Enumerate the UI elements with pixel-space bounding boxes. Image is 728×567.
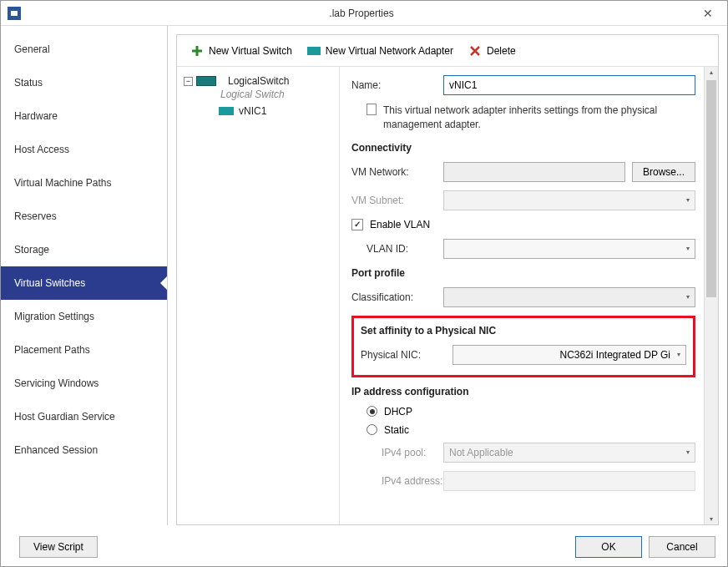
tree-nic-label: vNIC1: [239, 105, 266, 117]
classification-row: Classification: ▾: [351, 287, 695, 307]
ipv4-pool-label: IPv4 pool:: [351, 447, 443, 458]
new-adapter-button[interactable]: New Virtual Network Adapter: [302, 42, 458, 60]
delete-icon: [468, 44, 482, 58]
physical-nic-label: Physical NIC:: [361, 349, 452, 361]
ipv4-addr-label: IPv4 address:: [351, 475, 443, 487]
form-inner: Name: This virtual network adapter inher…: [340, 67, 704, 524]
vm-network-input[interactable]: [443, 162, 625, 182]
enable-vlan-row: Enable VLAN: [351, 219, 695, 230]
new-switch-button[interactable]: New Virtual Switch: [185, 42, 297, 60]
name-label: Name:: [351, 79, 443, 91]
vm-network-row: VM Network: Browse...: [351, 162, 695, 182]
content: New Virtual Switch New Virtual Network A…: [168, 26, 727, 525]
enable-vlan-checkbox[interactable]: [351, 219, 363, 230]
static-radio[interactable]: [367, 424, 377, 435]
new-adapter-label: New Virtual Network Adapter: [326, 45, 453, 57]
new-switch-label: New Virtual Switch: [209, 45, 292, 57]
delete-label: Delete: [487, 45, 516, 57]
connectivity-section: Connectivity: [351, 142, 695, 154]
content-panel: New Virtual Switch New Virtual Network A…: [176, 34, 719, 525]
sidebar-item-storage[interactable]: Storage: [1, 233, 167, 266]
sidebar-item-migration[interactable]: Migration Settings: [1, 300, 167, 333]
titlebar: .lab Properties ✕: [1, 1, 727, 26]
ok-button[interactable]: OK: [575, 536, 642, 558]
vm-network-label: VM Network:: [351, 166, 443, 178]
sidebar-item-servicing[interactable]: Servicing Windows: [1, 367, 167, 400]
tree: − LogicalSwitch Logical Switch vNIC1: [177, 67, 340, 524]
toolbar: New Virtual Switch New Virtual Network A…: [177, 35, 718, 67]
sidebar-item-reserves[interactable]: Reserves: [1, 200, 167, 233]
name-row: Name:: [351, 75, 695, 95]
sidebar: General Status Hardware Host Access Virt…: [1, 26, 168, 525]
footer: View Script OK Cancel: [1, 525, 727, 567]
vm-subnet-dropdown: ▾: [443, 190, 695, 210]
vm-subnet-row: VM Subnet: ▾: [351, 190, 695, 210]
physical-nic-value: NC362i Integrated DP Gi: [559, 349, 670, 361]
sidebar-item-status[interactable]: Status: [1, 66, 167, 99]
inherit-text: This virtual network adapter inherits se…: [383, 104, 695, 132]
ipv4-pool-dropdown: Not Applicable ▾: [443, 443, 695, 463]
adapter-icon: [307, 44, 321, 58]
svg-rect-0: [11, 11, 18, 16]
ip-config-section: IP address configuration: [351, 386, 695, 397]
physical-nic-dropdown[interactable]: NC362i Integrated DP Gi ▾: [452, 345, 686, 365]
inherit-row: This virtual network adapter inherits se…: [351, 104, 695, 132]
sidebar-item-general[interactable]: General: [1, 33, 167, 66]
classification-label: Classification:: [351, 291, 443, 303]
vlan-id-dropdown[interactable]: ▾: [443, 239, 695, 259]
split-pane: − LogicalSwitch Logical Switch vNIC1: [177, 67, 718, 524]
tree-nic-node[interactable]: vNIC1: [184, 105, 332, 117]
ipv4-pool-row: IPv4 pool: Not Applicable ▾: [351, 443, 695, 463]
chevron-down-icon: ▾: [686, 245, 690, 252]
static-label: Static: [384, 424, 409, 436]
sidebar-item-host-access[interactable]: Host Access: [1, 133, 167, 166]
ipv4-pool-value: Not Applicable: [449, 447, 513, 458]
affinity-section: Set affinity to a Physical NIC: [361, 325, 686, 337]
chevron-down-icon: ▾: [677, 351, 680, 358]
tree-switch-node[interactable]: − LogicalSwitch: [184, 73, 332, 89]
sidebar-item-hardware[interactable]: Hardware: [1, 99, 167, 133]
port-profile-section: Port profile: [351, 267, 695, 279]
sidebar-item-hgs[interactable]: Host Guardian Service: [1, 400, 167, 433]
close-icon[interactable]: ✕: [695, 7, 720, 20]
chevron-down-icon: ▾: [686, 196, 690, 204]
collapse-icon[interactable]: −: [184, 77, 193, 86]
physical-nic-row: Physical NIC: NC362i Integrated DP Gi ▾: [361, 345, 686, 365]
inherit-checkbox[interactable]: [367, 104, 377, 115]
ipv4-addr-input: [443, 471, 695, 491]
plus-icon: [190, 44, 204, 58]
tree-switch-label: LogicalSwitch: [228, 75, 289, 87]
name-input[interactable]: [443, 75, 695, 95]
tree-switch-sub: Logical Switch: [184, 89, 332, 100]
sidebar-item-enhanced[interactable]: Enhanced Session: [1, 433, 167, 467]
main: General Status Hardware Host Access Virt…: [1, 26, 727, 525]
delete-button[interactable]: Delete: [463, 42, 521, 60]
sidebar-item-placement[interactable]: Placement Paths: [1, 333, 167, 367]
vm-subnet-label: VM Subnet:: [351, 195, 443, 206]
ipv4-addr-row: IPv4 address:: [351, 471, 695, 491]
cancel-button[interactable]: Cancel: [649, 536, 715, 558]
dhcp-radio[interactable]: [367, 406, 377, 417]
sidebar-item-vm-paths[interactable]: Virtual Machine Paths: [1, 166, 167, 200]
view-script-button[interactable]: View Script: [19, 536, 98, 558]
app-icon: [8, 7, 21, 20]
dhcp-row: DHCP: [351, 406, 695, 418]
affinity-highlight: Set affinity to a Physical NIC Physical …: [351, 316, 695, 377]
chevron-down-icon: ▾: [686, 448, 690, 456]
vlan-id-row: VLAN ID: ▾: [351, 239, 695, 259]
classification-dropdown[interactable]: ▾: [443, 287, 695, 307]
nic-icon: [219, 107, 234, 115]
vlan-id-label: VLAN ID:: [351, 243, 443, 255]
switch-icon: [196, 76, 216, 86]
sidebar-item-virtual-switches[interactable]: Virtual Switches: [1, 266, 167, 300]
dhcp-label: DHCP: [384, 406, 412, 418]
enable-vlan-label: Enable VLAN: [370, 219, 430, 230]
browse-button[interactable]: Browse...: [632, 162, 695, 182]
form-pane: Name: This virtual network adapter inher…: [340, 67, 718, 524]
chevron-down-icon: ▾: [686, 293, 690, 301]
scrollbar[interactable]: [704, 67, 718, 524]
window-title: .lab Properties: [28, 8, 695, 19]
static-row: Static: [351, 424, 695, 436]
scroll-thumb[interactable]: [706, 80, 716, 297]
